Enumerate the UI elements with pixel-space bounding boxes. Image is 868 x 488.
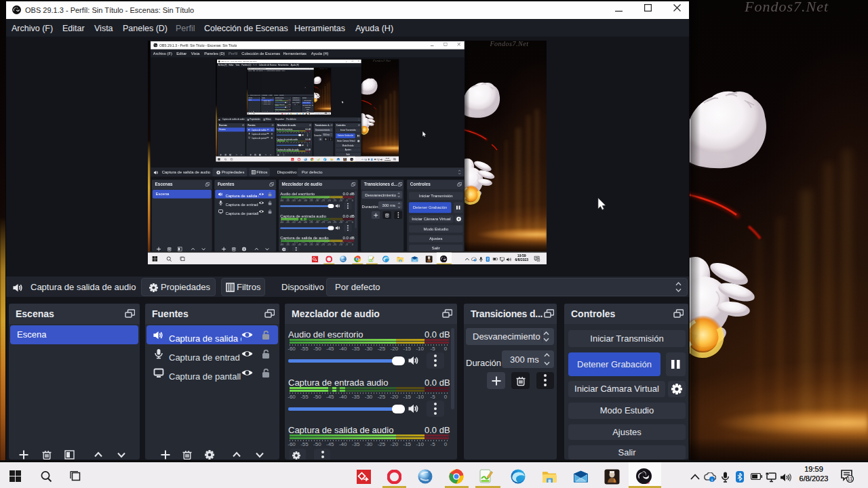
- svg-text:11: 11: [537, 259, 540, 262]
- svg-text:i: i: [711, 477, 713, 482]
- svg-text:i: i: [475, 259, 475, 262]
- svg-text:11: 11: [848, 476, 853, 482]
- svg-text:11: 11: [395, 159, 396, 160]
